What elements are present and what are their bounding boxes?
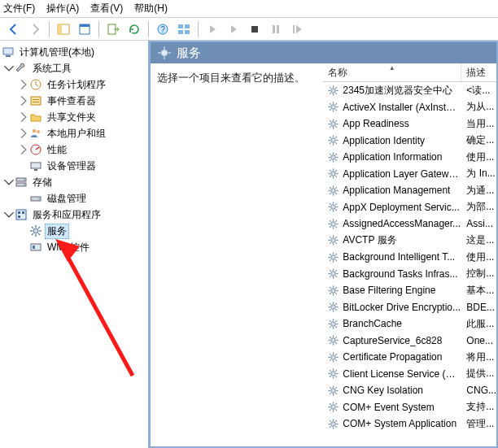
back-button[interactable] bbox=[4, 20, 24, 39]
collapse-icon[interactable] bbox=[3, 176, 15, 188]
column-description[interactable]: 描述 bbox=[461, 63, 496, 81]
tree-system-tools[interactable]: 系统工具 bbox=[0, 60, 148, 76]
services-list[interactable]: ▲名称 描述 2345加速浏览器安全中心<读...ActiveX Install… bbox=[323, 63, 496, 446]
tree-performance[interactable]: 性能 bbox=[0, 141, 148, 158]
gear-icon bbox=[326, 384, 339, 397]
service-row[interactable]: CNG Key IsolationCNG... bbox=[323, 382, 496, 399]
wmi-icon bbox=[29, 241, 42, 254]
menu-help[interactable]: 帮助(H) bbox=[134, 2, 168, 15]
collapse-icon[interactable] bbox=[3, 63, 15, 74]
service-row[interactable]: BitLocker Drive Encryptio...BDE... bbox=[323, 299, 496, 316]
service-row[interactable]: Client License Service (Cli...提供... bbox=[323, 366, 496, 383]
service-row[interactable]: AppX Deployment Servic...为部... bbox=[323, 199, 496, 216]
gear-icon bbox=[326, 134, 339, 147]
play-button[interactable] bbox=[203, 20, 222, 39]
tree-pane[interactable]: 计算机管理(本地) 系统工具 任务计划程序 事件查看器 共享文件夹 bbox=[0, 41, 149, 448]
service-row[interactable]: Application Information使用... bbox=[323, 149, 496, 166]
expand-icon[interactable] bbox=[18, 111, 29, 123]
tree-device-manager[interactable]: 设备管理器 bbox=[0, 158, 148, 174]
svg-point-28 bbox=[24, 179, 25, 181]
play2-button[interactable] bbox=[224, 20, 243, 39]
tree-wmi[interactable]: WMI 控件 bbox=[0, 239, 148, 255]
service-name: BranchCache bbox=[343, 318, 402, 329]
menu-action[interactable]: 操作(A) bbox=[46, 2, 79, 15]
service-row[interactable]: Application Layer Gatewa...为 In... bbox=[323, 166, 496, 183]
tree-event-viewer[interactable]: 事件查看器 bbox=[0, 93, 148, 109]
service-row[interactable]: Application Identity确定... bbox=[323, 133, 496, 150]
service-desc: 此服... bbox=[461, 317, 496, 331]
clock-icon bbox=[29, 78, 42, 91]
service-row[interactable]: ActiveX Installer (AxInstSV)为从... bbox=[323, 99, 496, 116]
service-row[interactable]: Background Tasks Infras...控制... bbox=[323, 266, 496, 283]
svg-point-97 bbox=[331, 172, 336, 176]
service-row[interactable]: App Readiness当用... bbox=[323, 115, 496, 133]
service-row[interactable]: CaptureService_6c828One... bbox=[323, 333, 496, 350]
properties-button[interactable] bbox=[75, 20, 94, 39]
svg-line-85 bbox=[335, 143, 337, 145]
column-name[interactable]: ▲名称 bbox=[323, 63, 461, 81]
svg-point-169 bbox=[331, 305, 336, 310]
svg-point-52 bbox=[331, 88, 336, 93]
pause-button[interactable] bbox=[266, 20, 286, 39]
svg-line-186 bbox=[335, 320, 337, 322]
tree-shared-folders[interactable]: 共享文件夹 bbox=[0, 109, 148, 125]
expand-icon[interactable] bbox=[18, 128, 29, 139]
show-hide-tree-button[interactable] bbox=[54, 20, 73, 39]
refresh-button[interactable] bbox=[124, 20, 144, 39]
svg-line-66 bbox=[330, 103, 331, 105]
service-desc: 使用... bbox=[461, 150, 496, 164]
view-options-button[interactable] bbox=[174, 20, 194, 39]
svg-line-95 bbox=[330, 159, 331, 161]
service-row[interactable]: BranchCache此服... bbox=[323, 315, 496, 333]
menu-view[interactable]: 查看(V) bbox=[90, 2, 123, 15]
svg-line-84 bbox=[330, 137, 331, 138]
list-header[interactable]: ▲名称 描述 bbox=[323, 63, 496, 82]
collapse-icon[interactable] bbox=[3, 209, 15, 220]
service-row[interactable]: COM+ System Application管理... bbox=[323, 415, 496, 433]
menu-file[interactable]: 文件(F) bbox=[3, 2, 35, 15]
svg-line-105 bbox=[335, 170, 337, 172]
svg-line-111 bbox=[330, 187, 331, 189]
restart-button[interactable] bbox=[287, 20, 307, 39]
export-button[interactable] bbox=[103, 20, 123, 39]
svg-line-219 bbox=[330, 387, 331, 389]
tree-services-apps[interactable]: 服务和应用程序 bbox=[0, 207, 148, 223]
service-name: COM+ Event System bbox=[343, 402, 434, 413]
svg-line-184 bbox=[335, 326, 337, 328]
gear-icon bbox=[326, 250, 339, 263]
tree-storage[interactable]: 存储 bbox=[0, 174, 148, 190]
service-row[interactable]: Background Intelligent T...使用... bbox=[323, 249, 496, 266]
tree-disk-management[interactable]: 磁盘管理 bbox=[0, 190, 148, 207]
gear-icon bbox=[326, 267, 339, 281]
service-row[interactable]: AssignedAccessManager...Assi... bbox=[323, 215, 496, 233]
svg-line-114 bbox=[335, 187, 337, 189]
expand-icon[interactable] bbox=[18, 79, 29, 90]
svg-line-231 bbox=[335, 403, 337, 405]
svg-line-240 bbox=[335, 420, 337, 422]
service-row[interactable]: Application Management为通... bbox=[323, 182, 496, 199]
expand-icon[interactable] bbox=[18, 95, 29, 107]
service-row[interactable]: 2345加速浏览器安全中心<读... bbox=[323, 82, 496, 99]
stop-button[interactable] bbox=[245, 20, 264, 39]
svg-line-67 bbox=[335, 110, 337, 111]
svg-line-192 bbox=[330, 337, 331, 338]
tree-local-users[interactable]: 本地用户和组 bbox=[0, 125, 148, 141]
svg-point-31 bbox=[38, 198, 40, 200]
service-row[interactable]: Base Filtering Engine基本... bbox=[323, 282, 496, 299]
service-row[interactable]: AVCTP 服务这是... bbox=[323, 233, 496, 250]
forward-button[interactable] bbox=[25, 20, 45, 39]
gear-icon bbox=[326, 284, 339, 297]
service-row[interactable]: COM+ Event System支持... bbox=[323, 399, 496, 416]
tree-root[interactable]: 计算机管理(本地) bbox=[0, 44, 148, 60]
service-row[interactable]: Certificate Propagation将用... bbox=[323, 349, 496, 366]
svg-line-148 bbox=[335, 259, 337, 261]
tree-task-scheduler[interactable]: 任务计划程序 bbox=[0, 76, 148, 93]
svg-rect-14 bbox=[293, 25, 295, 33]
help-button[interactable]: ? bbox=[153, 20, 173, 39]
service-desc: BDE... bbox=[461, 302, 496, 313]
tree-services[interactable]: 服务 bbox=[0, 223, 148, 239]
expand-icon[interactable] bbox=[18, 144, 29, 155]
svg-line-130 bbox=[335, 226, 337, 228]
svg-line-202 bbox=[335, 359, 337, 361]
svg-line-86 bbox=[330, 143, 331, 145]
